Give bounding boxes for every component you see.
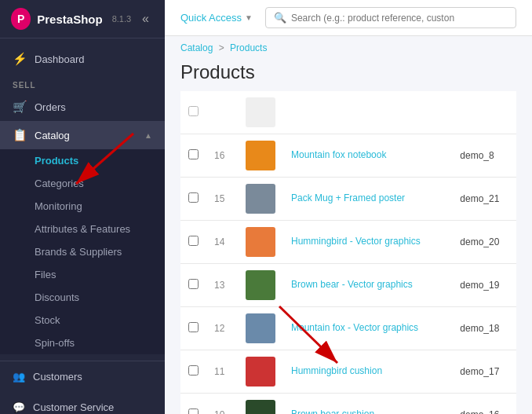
products-table-container[interactable]: 16 Mountain fox notebook demo_8 15 Pack … [165,91,532,414]
sidebar-submenu-monitoring[interactable]: Monitoring [0,195,165,218]
product-ref: demo_18 [452,307,516,350]
sidebar-submenu-files[interactable]: Files [0,263,165,286]
sidebar-item-customer-service-label: Customer Service [33,401,114,413]
sidebar-submenu-spin-offs[interactable]: Spin-offs [0,332,165,354]
table-row: 10 Brown bear cushion demo_16 [180,394,516,415]
row-checkbox[interactable] [188,236,199,246]
product-image [246,97,275,127]
product-id: 14 [206,221,238,264]
product-image [246,141,275,170]
table-row: 13 Brown bear - Vector graphics demo_19 [180,264,516,307]
sidebar-collapse-button[interactable]: « [137,10,154,27]
quick-access-button[interactable]: Quick Access ▼ [180,12,253,24]
product-name-cell[interactable]: Mountain fox - Vector graphics [283,307,452,350]
sidebar-bottom: 👥 Customers 💬 Customer Service [0,361,165,414]
sidebar-submenu-attributes-features[interactable]: Attributes & Features [0,218,165,240]
sidebar-item-customers[interactable]: 👥 Customers [0,361,165,392]
product-ref [452,91,516,134]
sidebar-item-dashboard-label: Dashboard [35,53,85,65]
product-image [246,270,275,300]
product-ref: demo_19 [452,264,516,307]
table-row: 16 Mountain fox notebook demo_8 [180,134,516,178]
product-name-link[interactable]: Brown bear cushion [291,409,374,414]
row-checkbox[interactable] [188,279,199,289]
sidebar-section-sell: SELL [0,73,165,93]
product-name-link[interactable]: Brown bear - Vector graphics [291,279,413,290]
customer-service-icon: 💬 [13,401,25,413]
sidebar-item-catalog-label: Catalog [35,130,70,141]
breadcrumb-products[interactable]: Products [230,42,267,53]
catalog-submenu: Products Categories Monitoring Attribute… [0,149,165,354]
sidebar-submenu-brands-suppliers[interactable]: Brands & Suppliers [0,240,165,263]
table-row: 15 Pack Mug + Framed poster demo_21 [180,178,516,221]
product-name-link[interactable]: Hummingbird - Vector graphics [291,236,421,247]
product-image [246,357,275,387]
product-name-link[interactable]: Mountain fox - Vector graphics [291,322,418,333]
table-row: 12 Mountain fox - Vector graphics demo_1… [180,307,516,350]
breadcrumb-separator: > [219,42,224,53]
product-name-cell[interactable]: Hummingbird cushion [283,350,452,394]
quick-access-label: Quick Access [180,12,242,24]
row-checkbox[interactable] [188,106,199,116]
product-image [246,313,275,343]
row-checkbox[interactable] [188,192,199,203]
product-id: 15 [206,178,238,221]
sidebar-item-customer-service[interactable]: 💬 Customer Service [0,392,165,414]
product-ref: demo_16 [452,394,516,415]
product-name-cell[interactable]: Brown bear - Vector graphics [283,264,452,307]
dashboard-icon: ⚡ [13,52,27,66]
topbar: Quick Access ▼ 🔍 [165,0,532,36]
table-row: 14 Hummingbird - Vector graphics demo_20 [180,221,516,264]
product-ref: demo_8 [452,134,516,178]
breadcrumb: Catalog > Products [165,36,532,57]
sidebar-item-orders-label: Orders [35,101,66,113]
products-table: 16 Mountain fox notebook demo_8 15 Pack … [180,91,516,414]
product-name-cell [283,91,452,134]
product-image [246,184,275,214]
table-row: 11 Hummingbird cushion demo_17 [180,350,516,394]
product-name-cell[interactable]: Pack Mug + Framed poster [283,178,452,221]
product-id: 10 [206,394,238,415]
row-checkbox[interactable] [188,365,199,376]
sidebar-item-dashboard[interactable]: ⚡ Dashboard [0,45,165,73]
sidebar: P PrestaShop 8.1.3 « ⚡ Dashboard SELL 🛒 … [0,0,165,414]
app-version: 8.1.3 [112,14,131,24]
product-id: 11 [206,350,238,394]
product-ref: demo_17 [452,350,516,394]
product-name-link[interactable]: Mountain fox notebook [291,149,386,160]
quick-access-caret-icon: ▼ [245,13,253,22]
sidebar-item-catalog[interactable]: 📋 Catalog ▲ [0,121,165,149]
row-checkbox[interactable] [188,322,199,332]
product-image [246,400,275,414]
row-checkbox[interactable] [188,149,199,159]
page-title: Products [180,61,516,83]
search-input[interactable] [291,13,508,24]
search-icon: 🔍 [274,12,286,24]
product-name-link[interactable]: Pack Mug + Framed poster [291,192,405,203]
page-header: Products [165,57,532,91]
app-name: PrestaShop [37,13,102,26]
sidebar-item-orders[interactable]: 🛒 Orders [0,93,165,121]
product-id: 16 [206,134,238,178]
sidebar-logo: P PrestaShop 8.1.3 « [0,0,165,38]
sidebar-submenu-categories[interactable]: Categories [0,172,165,195]
main-content: Quick Access ▼ 🔍 Catalog > Products Prod… [165,0,532,414]
sidebar-submenu-stock[interactable]: Stock [0,309,165,332]
search-box: 🔍 [265,7,516,28]
orders-icon: 🛒 [13,100,27,114]
product-name-cell[interactable]: Hummingbird - Vector graphics [283,221,452,264]
product-id: 12 [206,307,238,350]
catalog-icon: 📋 [13,128,27,142]
sidebar-nav: ⚡ Dashboard SELL 🛒 Orders 📋 Catalog ▲ Pr… [0,38,165,361]
row-checkbox[interactable] [188,409,199,414]
product-name-link[interactable]: Hummingbird cushion [291,365,382,376]
sidebar-submenu-products[interactable]: Products [0,149,165,172]
product-name-cell[interactable]: Mountain fox notebook [283,134,452,178]
product-name-cell[interactable]: Brown bear cushion [283,394,452,415]
sidebar-submenu-discounts[interactable]: Discounts [0,286,165,309]
breadcrumb-catalog[interactable]: Catalog [180,42,213,53]
customers-icon: 👥 [13,371,25,383]
sidebar-item-customers-label: Customers [33,371,82,383]
product-image [246,227,275,257]
product-id: 13 [206,264,238,307]
